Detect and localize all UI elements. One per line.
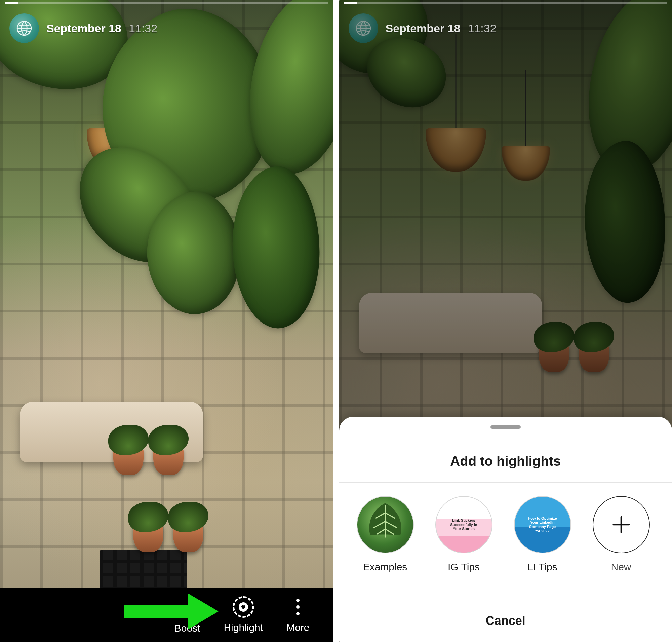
sheet-title: Add to highlights — [450, 454, 561, 469]
screenshots-container: September 18 11:32 Boost — [0, 0, 672, 642]
highlight-option-new[interactable]: New — [593, 496, 650, 573]
plus-icon — [609, 513, 633, 536]
highlight-option-examples[interactable]: Examples — [357, 496, 414, 573]
profile-avatar[interactable] — [349, 13, 378, 43]
story-progress-bar — [344, 2, 668, 4]
story-header: September 18 11:32 — [10, 13, 157, 43]
highlight-option-ig-tips[interactable]: Link StickersSuccessfully inYour Stories… — [435, 496, 492, 573]
story-date: September 18 — [47, 22, 121, 35]
story-date: September 18 — [386, 22, 461, 35]
highlight-option-li-tips[interactable]: How to OptimizeYour LinkedInCompany Page… — [514, 496, 571, 573]
heart-icon — [240, 604, 246, 610]
story-bottom-bar: Boost Highlight — [0, 588, 333, 642]
highlight-label: IG Tips — [448, 561, 480, 573]
new-highlight-button — [593, 496, 650, 553]
leaf-globe-icon — [16, 20, 33, 37]
highlight-icon — [233, 596, 254, 618]
more-icon — [296, 599, 299, 615]
story-time: 11:32 — [129, 22, 157, 35]
profile-avatar[interactable] — [10, 13, 39, 43]
highlight-label: LI Tips — [528, 561, 557, 573]
cancel-button[interactable]: Cancel — [339, 598, 672, 642]
story-photo[interactable] — [0, 0, 333, 642]
divider — [339, 482, 672, 483]
leaf-globe-icon — [355, 20, 372, 37]
sheet-grabber[interactable] — [490, 425, 521, 429]
boost-label: Boost — [175, 622, 201, 634]
highlight-thumb: How to OptimizeYour LinkedInCompany Page… — [514, 496, 571, 553]
add-to-highlights-sheet: Add to highlights Examples Link Stickers… — [339, 417, 672, 642]
highlight-thumb — [357, 496, 414, 553]
story-viewer-right: September 18 11:32 Add to highlights Exa… — [339, 0, 672, 642]
highlights-row: Examples Link StickersSuccessfully inYou… — [339, 496, 672, 573]
more-label: More — [286, 622, 309, 633]
more-button[interactable]: More — [286, 597, 309, 633]
highlight-label: Examples — [363, 561, 408, 573]
highlight-button[interactable]: Highlight — [223, 597, 263, 633]
story-progress-bar — [5, 2, 328, 4]
highlight-thumb: Link StickersSuccessfully inYour Stories — [435, 496, 492, 553]
new-label: New — [611, 561, 631, 573]
boost-button[interactable]: Boost — [175, 588, 201, 642]
leaf-icon — [358, 498, 412, 552]
highlight-label: Highlight — [223, 622, 263, 633]
story-header: September 18 11:32 — [349, 13, 496, 43]
story-time: 11:32 — [468, 22, 496, 35]
story-viewer-left: September 18 11:32 Boost — [0, 0, 333, 642]
